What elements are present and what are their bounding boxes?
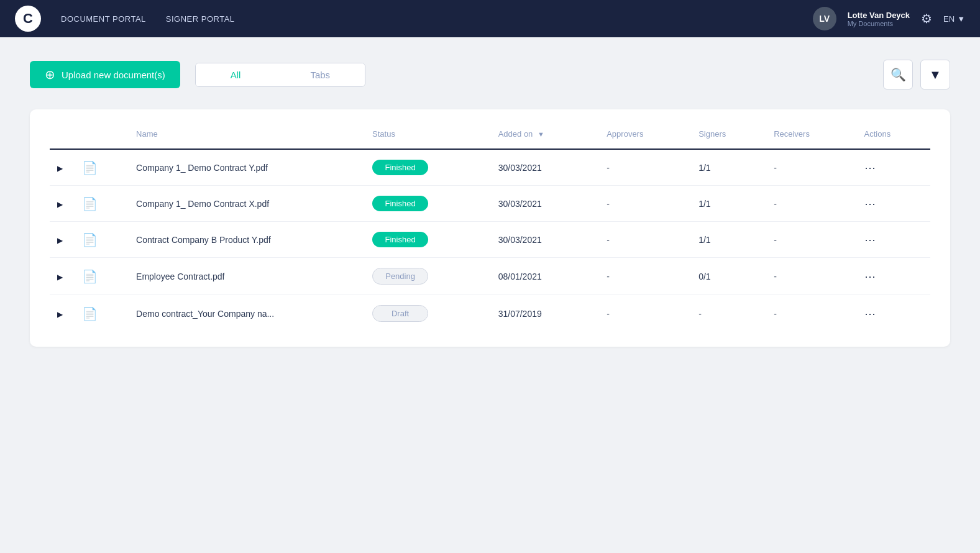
tab-all[interactable]: All <box>196 63 276 86</box>
more-actions-button[interactable]: ⋯ <box>864 233 877 247</box>
row-signers-1: 1/1 <box>691 186 766 222</box>
row-file-icon-3: 📄 <box>75 258 129 295</box>
more-actions-button[interactable]: ⋯ <box>864 161 877 175</box>
table-row: ▶ 📄 Employee Contract.pdf Pending 08/01/… <box>50 258 930 295</box>
row-receivers-1: - <box>766 186 856 222</box>
chevron-down-icon: ▼ <box>957 14 965 24</box>
file-name: Company 1_ Demo Contract X.pdf <box>136 199 269 209</box>
row-approvers-1: - <box>599 186 691 222</box>
row-signers-2: 1/1 <box>691 222 766 258</box>
row-expand-0[interactable]: ▶ <box>50 149 75 186</box>
file-name: Contract Company B Product Y.pdf <box>136 235 271 245</box>
user-info: Lotte Van Deyck My Documents <box>848 11 910 27</box>
row-expand-1[interactable]: ▶ <box>50 186 75 222</box>
col-approvers: Approvers <box>599 124 691 149</box>
row-signers-3: 0/1 <box>691 258 766 295</box>
search-button[interactable]: 🔍 <box>883 60 913 89</box>
expand-button[interactable]: ▶ <box>57 164 63 173</box>
status-badge: Pending <box>372 268 428 285</box>
row-expand-3[interactable]: ▶ <box>50 258 75 295</box>
row-receivers-2: - <box>766 222 856 258</box>
nav-document-portal[interactable]: DOCUMENT PORTAL <box>61 14 146 24</box>
file-icon: 📄 <box>82 161 98 175</box>
language-selector[interactable]: EN ▼ <box>943 14 965 24</box>
top-actions: 🔍 ▼ <box>883 60 950 89</box>
row-receivers-3: - <box>766 258 856 295</box>
nav-signer-portal[interactable]: SIGNER PORTAL <box>166 14 235 24</box>
table-header: Name Status Added on ▼ Approvers Signers… <box>50 124 930 149</box>
tab-tabs[interactable]: Tabs <box>275 63 365 86</box>
col-added-on[interactable]: Added on ▼ <box>491 124 600 149</box>
col-receivers: Receivers <box>766 124 856 149</box>
row-receivers-0: - <box>766 149 856 186</box>
settings-icon[interactable]: ⚙ <box>921 11 932 26</box>
row-added-on-2: 30/03/2021 <box>491 222 600 258</box>
row-actions-0[interactable]: ⋯ <box>857 149 931 186</box>
documents-table: Name Status Added on ▼ Approvers Signers… <box>50 124 930 332</box>
filter-icon: ▼ <box>929 68 941 82</box>
row-receivers-4: - <box>766 295 856 332</box>
row-file-icon-0: 📄 <box>75 149 129 186</box>
upload-label: Upload new document(s) <box>62 70 165 80</box>
status-badge: Draft <box>372 305 428 322</box>
documents-table-card: Name Status Added on ▼ Approvers Signers… <box>30 109 950 347</box>
status-badge: Finished <box>372 160 428 175</box>
search-icon: 🔍 <box>891 67 906 82</box>
table-row: ▶ 📄 Contract Company B Product Y.pdf Fin… <box>50 222 930 258</box>
more-actions-button[interactable]: ⋯ <box>864 197 877 211</box>
expand-button[interactable]: ▶ <box>57 200 63 209</box>
logo[interactable]: C <box>15 6 41 32</box>
expand-button[interactable]: ▶ <box>57 236 63 245</box>
row-status-0: Finished <box>365 149 491 186</box>
file-icon: 📄 <box>82 270 98 283</box>
row-actions-4[interactable]: ⋯ <box>857 295 931 332</box>
row-expand-2[interactable]: ▶ <box>50 222 75 258</box>
status-badge: Finished <box>372 196 428 211</box>
user-name: Lotte Van Deyck <box>848 11 910 20</box>
row-expand-4[interactable]: ▶ <box>50 295 75 332</box>
col-icon <box>75 124 129 149</box>
col-actions: Actions <box>857 124 931 149</box>
more-actions-button[interactable]: ⋯ <box>864 270 877 283</box>
file-icon: 📄 <box>82 307 98 321</box>
expand-button[interactable]: ▶ <box>57 273 63 281</box>
row-file-icon-4: 📄 <box>75 295 129 332</box>
row-name-0: Company 1_ Demo Contract Y.pdf <box>129 149 365 186</box>
status-badge: Finished <box>372 232 428 247</box>
row-added-on-4: 31/07/2019 <box>491 295 600 332</box>
table-row: ▶ 📄 Company 1_ Demo Contract Y.pdf Finis… <box>50 149 930 186</box>
avatar: LV <box>813 7 836 30</box>
row-added-on-3: 08/01/2021 <box>491 258 600 295</box>
view-tabs: All Tabs <box>195 63 365 87</box>
file-name: Company 1_ Demo Contract Y.pdf <box>136 163 268 173</box>
upload-button[interactable]: ⊕ Upload new document(s) <box>30 61 180 88</box>
navbar: C DOCUMENT PORTAL SIGNER PORTAL LV Lotte… <box>0 0 980 37</box>
table-body: ▶ 📄 Company 1_ Demo Contract Y.pdf Finis… <box>50 149 930 332</box>
row-approvers-4: - <box>599 295 691 332</box>
row-file-icon-1: 📄 <box>75 186 129 222</box>
row-approvers-2: - <box>599 222 691 258</box>
more-actions-button[interactable]: ⋯ <box>864 307 877 321</box>
row-actions-2[interactable]: ⋯ <box>857 222 931 258</box>
top-bar: ⊕ Upload new document(s) All Tabs 🔍 ▼ <box>30 60 950 89</box>
file-icon: 📄 <box>82 197 98 211</box>
file-name: Demo contract_Your Company na... <box>136 309 274 319</box>
plus-icon: ⊕ <box>45 68 55 81</box>
col-expand <box>50 124 75 149</box>
row-file-icon-2: 📄 <box>75 222 129 258</box>
row-name-1: Company 1_ Demo Contract X.pdf <box>129 186 365 222</box>
row-signers-4: - <box>691 295 766 332</box>
col-status: Status <box>365 124 491 149</box>
row-approvers-3: - <box>599 258 691 295</box>
filter-button[interactable]: ▼ <box>920 60 950 89</box>
row-actions-3[interactable]: ⋯ <box>857 258 931 295</box>
row-status-3: Pending <box>365 258 491 295</box>
row-name-2: Contract Company B Product Y.pdf <box>129 222 365 258</box>
navbar-right: LV Lotte Van Deyck My Documents ⚙ EN ▼ <box>813 7 965 30</box>
row-approvers-0: - <box>599 149 691 186</box>
table-row: ▶ 📄 Company 1_ Demo Contract X.pdf Finis… <box>50 186 930 222</box>
row-added-on-1: 30/03/2021 <box>491 186 600 222</box>
row-added-on-0: 30/03/2021 <box>491 149 600 186</box>
row-actions-1[interactable]: ⋯ <box>857 186 931 222</box>
expand-button[interactable]: ▶ <box>57 310 63 319</box>
